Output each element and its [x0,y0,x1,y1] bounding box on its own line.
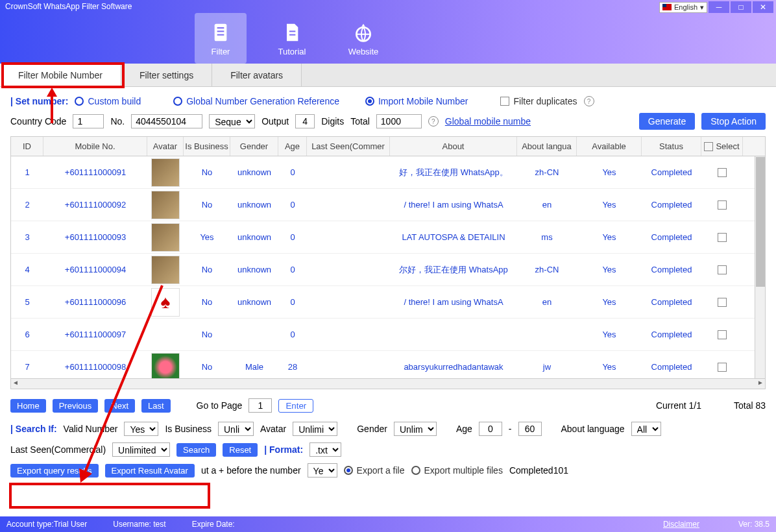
nav-filter[interactable]: Filter [195,13,247,64]
table-row[interactable]: 1 +601111000091 No unknown 0 好，我正在使用 Wha… [11,156,765,189]
row-checkbox[interactable] [718,330,727,339]
radio-global-ref[interactable]: Global Number Generation Reference [173,96,339,106]
th-select[interactable]: Select [701,137,743,156]
put-plus-select[interactable]: Ye [308,463,337,478]
radio-import-mobile[interactable]: Import Mobile Number [365,96,468,106]
row-checkbox[interactable] [718,265,727,274]
export-avatar-button[interactable]: Export Result Avatar [105,464,195,478]
page-input[interactable] [249,398,272,413]
username: Username: test [113,520,165,529]
th-business[interactable]: Is Business [184,137,230,156]
th-mobile[interactable]: Mobile No. [43,137,147,156]
th-available[interactable]: Available [577,137,642,156]
sequence-select[interactable]: Seque [209,114,255,128]
radio-custom-build[interactable]: Custom build [75,96,141,106]
table-header: ID Mobile No. Avatar Is Business Gender … [11,137,765,156]
nav-website[interactable]: Website [337,13,389,64]
enter-button[interactable]: Enter [278,399,313,413]
row-checkbox[interactable] [718,200,727,210]
row-checkbox[interactable] [718,233,727,242]
export-query-button[interactable]: Export query results [10,464,99,478]
no-label: No. [110,116,125,127]
radio-export-multi[interactable]: Export multiple files [411,465,503,476]
is-business-select[interactable]: Unli [218,422,254,436]
gender-select[interactable]: Unlim [394,422,437,436]
disclaimer-link[interactable]: Disclaimer [663,520,699,529]
th-age[interactable]: Age [278,137,307,156]
avatar-image [151,353,180,379]
minimize-button[interactable]: ─ [709,1,729,13]
th-last-seen[interactable]: Last Seen(Commer [307,137,390,156]
table-row[interactable]: 2 +601111000092 No unknown 0 / there! I … [11,189,765,221]
flag-icon [662,4,672,10]
th-avatar[interactable]: Avatar [147,137,184,156]
age-to-input[interactable] [518,422,542,436]
svg-rect-1 [217,27,224,29]
horizontal-scrollbar[interactable] [11,378,765,389]
th-language[interactable]: About langua [517,137,577,156]
total-input[interactable] [376,114,422,128]
table-row[interactable]: 6 +601111000097 No 0 Yes Completed [11,319,765,351]
vertical-scrollbar[interactable] [755,156,765,378]
format-select[interactable]: .txt [309,442,341,457]
svg-rect-5 [289,34,295,35]
stop-action-button[interactable]: Stop Action [701,113,766,130]
th-status[interactable]: Status [642,137,701,156]
th-id[interactable]: ID [11,137,43,156]
goto-label: Go to Page [197,400,243,411]
svg-rect-3 [217,34,224,35]
language-select[interactable]: English ▾ [659,2,707,13]
tab-filter-avatars[interactable]: Filter avatars [212,64,302,86]
th-about[interactable]: About [390,137,517,156]
country-code-input[interactable] [73,114,104,128]
number-input[interactable] [131,114,202,128]
help-icon-2[interactable]: ? [428,116,439,127]
next-button[interactable]: Next [104,399,135,413]
set-number-label: | Set number: [10,96,68,106]
search-button[interactable]: Search [176,443,216,457]
tab-filter-mobile[interactable]: Filter Mobile Number [0,64,121,86]
digits-label: Digits [321,116,344,127]
avatar-image [151,223,180,252]
svg-rect-4 [289,30,295,32]
total-label-page: Total 83 [734,400,766,411]
th-gender[interactable]: Gender [230,137,278,156]
filter-icon [210,21,231,44]
generate-button[interactable]: Generate [639,113,695,130]
maximize-button[interactable]: □ [731,1,751,13]
valid-number-select[interactable]: Yes [124,422,158,436]
globe-icon [353,21,374,44]
table-row[interactable]: 3 +601111000093 Yes unknown 0 LAT AUTOSP… [11,221,765,254]
nav-tutorial[interactable]: Tutorial [266,13,318,64]
table-row[interactable]: 7 +601111000098 No Male 28 abarsyukurred… [11,351,765,378]
row-checkbox[interactable] [718,298,727,307]
age-from-input[interactable] [479,422,502,436]
version: Ver: 38.5 [738,520,770,529]
close-button[interactable]: ✕ [753,1,773,13]
header-nav: Filter Tutorial Website [0,13,776,64]
table-row[interactable]: 5 +601111000096 No unknown 0 / there! I … [11,286,765,319]
help-icon[interactable]: ? [584,96,594,106]
results-table: ID Mobile No. Avatar Is Business Gender … [10,136,766,389]
tab-filter-settings[interactable]: Filter settings [121,64,212,86]
avatar-image [151,158,180,187]
row-checkbox[interactable] [718,168,727,177]
row-checkbox[interactable] [718,363,727,372]
output-input[interactable] [295,114,315,128]
last-seen-select[interactable]: Unlimited [112,442,170,457]
table-row[interactable]: 4 +601111000094 No unknown 0 尔好，我正在使用 Wh… [11,254,765,286]
tutorial-icon [282,21,302,44]
radio-export-file[interactable]: Export a file [344,465,405,476]
avatar-select[interactable]: Unlimi [293,422,337,436]
home-button[interactable]: Home [10,399,46,413]
last-button[interactable]: Last [141,399,171,413]
app-title: CrownSoft WhatsApp Filter Software [5,2,132,11]
global-mobile-link[interactable]: Global mobile numbe [445,116,531,127]
total-label: Total [350,116,370,127]
tabs-row: Filter Mobile Number Filter settings Fil… [0,64,776,87]
previous-button[interactable]: Previous [53,399,99,413]
svg-rect-0 [215,23,227,41]
reset-button[interactable]: Reset [223,443,258,457]
about-language-select[interactable]: All [631,422,661,436]
checkbox-filter-duplicates[interactable]: Filter duplicates [500,96,577,106]
